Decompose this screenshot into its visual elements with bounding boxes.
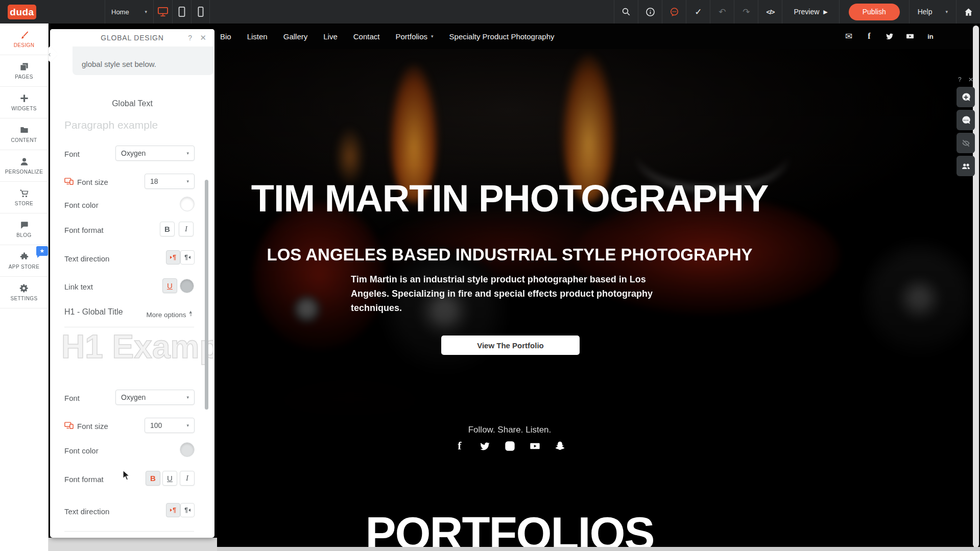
publish-button[interactable]: Publish [849,4,900,20]
email-icon[interactable]: ✉ [844,32,853,41]
panel-close-icon[interactable]: ✕ [200,33,206,42]
collaborators-button[interactable] [957,156,975,176]
nav-link-bio[interactable]: Bio [220,32,231,41]
star-icon: ★ [40,248,45,254]
chevron-down-icon: ▾ [431,34,434,39]
sidebar-item-settings[interactable]: SETTINGS [0,277,48,308]
speech-bubble-icon [19,220,29,230]
chevron-down-icon: ▾ [145,9,147,14]
preview-label: Preview [794,8,819,16]
h1-example-preview: H1 Example [61,328,213,366]
canvas-foot [49,538,217,551]
nav-link-gallery[interactable]: Gallery [283,32,308,41]
italic-button[interactable]: I [179,222,194,236]
h1-text-direction-rtl-button[interactable]: ¶ [180,503,195,517]
chevron-down-icon: ▾ [186,179,189,184]
responsive-devices-icon [64,422,74,430]
facebook-icon[interactable]: f [454,440,465,451]
h1-bold-button[interactable]: B [146,471,160,486]
search-button[interactable] [614,0,638,23]
h1-font-size-dropdown[interactable]: 100▾ [145,418,195,433]
dev-mode-button[interactable]: </> [758,0,782,23]
h1-text-direction-ltr-button[interactable]: ¶ [166,503,180,517]
h1-text-direction-label: Text direction [64,507,109,516]
help-label: Help [918,8,933,16]
panel-help-icon[interactable]: ? [188,34,192,42]
sidebar-item-blog[interactable]: BLOG [0,213,48,245]
play-icon: ▶ [823,9,827,15]
youtube-icon[interactable] [905,32,915,41]
font-dropdown[interactable]: Oxygen▾ [115,146,195,161]
help-menu[interactable]: Help ▾ [909,0,956,23]
link-underline-button[interactable]: U [162,278,177,293]
link-color-swatch[interactable] [180,279,194,293]
sidebar-item-design[interactable]: DESIGN [0,23,48,55]
info-icon [646,7,655,17]
nav-link-listen[interactable]: Listen [247,32,268,41]
hide-comments-button[interactable] [957,133,975,153]
sidebar-item-store[interactable]: STORE [0,182,48,213]
linkedin-icon[interactable]: in [926,32,935,41]
section-divider [64,531,194,532]
more-options-button[interactable]: More options▾ [146,311,192,319]
h1-font-format-label: Font format [64,475,104,484]
undo-button[interactable]: ↶ [710,0,734,23]
h1-italic-button[interactable]: I [180,471,195,486]
help-icon[interactable]: ? [958,76,962,83]
close-icon[interactable]: ✕ [968,76,973,83]
preview-button[interactable]: Preview ▶ [782,0,839,23]
collapse-section-icon[interactable]: ▴ [189,308,192,315]
font-size-dropdown[interactable]: 18▾ [145,174,195,189]
sidebar-item-personalize[interactable]: PERSONALIZE [0,150,48,182]
tablet-view-button[interactable] [172,0,191,23]
info-button[interactable] [638,0,662,23]
sidebar-item-label: WIDGETS [11,106,36,111]
text-direction-rtl-button[interactable]: ¶ [180,250,195,265]
facebook-icon[interactable]: f [865,32,874,41]
sidebar-item-label: STORE [15,201,33,206]
nav-link-portfolios[interactable]: Portfolios▾ [395,32,433,41]
sidebar-item-label: PERSONALIZE [5,169,43,175]
approve-button[interactable]: ✓ [686,0,710,23]
snapchat-icon[interactable] [554,440,565,451]
text-direction-ltr-button[interactable]: ¶ [166,250,180,265]
nav-link-contact[interactable]: Contact [353,32,380,41]
panel-scrollbar[interactable] [205,180,208,410]
sidebar-item-pages[interactable]: PAGES [0,55,48,87]
app-store-badge: ★ [36,246,48,256]
desktop-view-button[interactable] [153,0,172,23]
mobile-view-button[interactable] [191,0,210,23]
search-icon [622,7,631,16]
h1-font-color-swatch[interactable] [180,442,195,457]
sidebar-item-label: BLOG [16,232,31,238]
users-icon [961,161,971,171]
h1-underline-button[interactable]: U [162,471,177,486]
add-comment-button[interactable] [957,87,975,107]
sidebar-item-widgets[interactable]: WIDGETS [0,87,48,118]
twitter-icon[interactable] [885,32,894,41]
comments-icon [961,115,971,125]
h1-font-dropdown[interactable]: Oxygen▾ [115,390,195,405]
duda-logo[interactable]: duda [8,5,36,19]
global-design-panel: ‹ GLOBAL DESIGN ? ✕ global style set bel… [50,29,214,538]
cart-icon [19,188,29,198]
dashboard-home-button[interactable] [956,0,980,23]
bold-button[interactable]: B [160,222,175,236]
top-bar: duda Home ▾ ✓ ↶ ↷ </> Preview ▶ [0,0,980,23]
twitter-icon[interactable] [479,440,490,451]
comments-button[interactable] [957,110,975,130]
h1-font-label: Font [64,394,80,402]
nav-link-live[interactable]: Live [323,32,338,41]
font-color-swatch[interactable] [180,197,195,211]
youtube-icon[interactable] [529,440,540,451]
nav-link-specialty[interactable]: Specialty Product Photography [449,32,555,41]
sidebar-item-content[interactable]: CONTENT [0,118,48,150]
feedback-chat-button[interactable] [662,0,686,23]
page-selector[interactable]: Home ▾ [105,0,153,23]
view-portfolio-button[interactable]: View The Portfolio [441,336,580,355]
desktop-icon [157,7,169,17]
instagram-icon[interactable] [504,440,515,451]
redo-button[interactable]: ↷ [734,0,758,23]
sidebar-item-app-store[interactable]: ★ APP STORE [0,245,48,277]
follow-social-icons: f [454,440,565,451]
